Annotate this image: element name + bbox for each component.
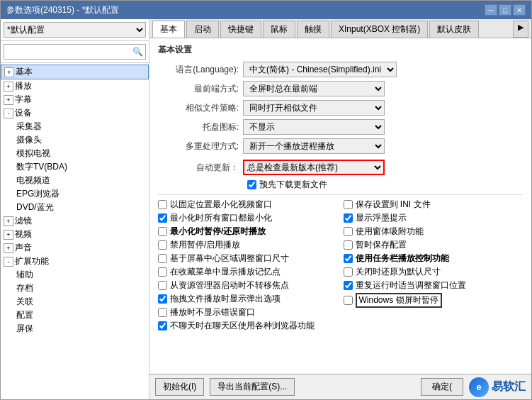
cb-save-ini-input[interactable]	[344, 200, 353, 209]
tree-label-digital-tv: 数字TV(BDA)	[16, 161, 67, 173]
search-icon: 🔍	[132, 47, 143, 57]
select-tray[interactable]: 不显示	[243, 119, 385, 135]
tab-xinput[interactable]: XInput(XBOX 控制器)	[331, 21, 428, 38]
tree-label-capture: 采集器	[16, 121, 42, 133]
tree-label-storage: 存档	[16, 282, 33, 294]
checkbox-download-input[interactable]	[247, 180, 256, 189]
tree-item-digital-tv[interactable]: 数字TV(BDA)	[1, 160, 149, 174]
tree-item-video[interactable]: + 视频	[1, 228, 149, 241]
checkbox-col2: 保存设置到 INI 文件 显示浮墨提示 使用窗体吸附功能 暂时保存配置	[344, 198, 523, 333]
export-button[interactable]: 导出当前配置(S)...	[210, 378, 295, 396]
tree-item-analog-tv[interactable]: 模拟电视	[1, 147, 149, 160]
logo-area: e 易软汇	[469, 377, 526, 397]
tree-item-basic[interactable]: + 基本	[1, 65, 149, 79]
label-autoupdate: 自动更新：	[158, 162, 243, 174]
cb-minimize-all-input[interactable]	[158, 213, 167, 223]
tree-item-capture[interactable]: 采集器	[1, 120, 149, 133]
tree-item-filter[interactable]: + 滤镜	[1, 214, 149, 228]
cb-minimize-pause-label: 最小化时暂停/还原时播放	[170, 226, 266, 238]
tree-expand-subtitle[interactable]: +	[4, 95, 13, 105]
tree-label-subtitle: 字幕	[15, 94, 32, 106]
tab-nav-right[interactable]: ▶	[513, 21, 528, 38]
select-file-strategy[interactable]: 同时打开相似文件	[243, 100, 385, 116]
cb-screen-center-label: 基于屏幕中心区域调整窗口尺寸	[170, 252, 289, 265]
cb-minimize-pause-input[interactable]	[158, 227, 167, 236]
download-row: 预先下载更新文件	[247, 178, 523, 191]
label-multiprocess: 多重处理方式:	[158, 140, 243, 152]
tree-item-config[interactable]: 配置	[1, 309, 149, 322]
cb-bookmark-label: 在收藏菜单中显示播放记忆点	[170, 266, 281, 278]
close-button[interactable]: ✕	[513, 4, 526, 16]
select-autoupdate[interactable]: 总是检查最新版本(推荐)	[243, 160, 385, 175]
checkbox-download-label: 预先下载更新文件	[259, 179, 327, 191]
tree-label-epg: EPG浏览器	[16, 188, 60, 200]
main-window: 参数选项(240315) - *默认配置 ─ □ ✕ *默认配置 🔍 +	[0, 0, 532, 400]
tree-item-dvd[interactable]: DVD/蓝光	[1, 201, 149, 214]
tree-expand-basic[interactable]: +	[4, 67, 14, 77]
control-file-strategy: 同时打开相似文件	[243, 100, 523, 116]
tree-item-tv-channels[interactable]: 电视频道	[1, 174, 149, 187]
tree-expand-play[interactable]: +	[4, 82, 13, 91]
cb-no-focus-input[interactable]	[158, 281, 167, 290]
tree-expand-video[interactable]: +	[4, 230, 13, 240]
cb-minimize-all: 最小化时所有窗口都最小化	[158, 211, 338, 225]
tab-touch[interactable]: 触摸	[297, 21, 329, 38]
cb-disable-pause: 禁用暂停/启用播放	[158, 238, 338, 252]
cb-snap-input[interactable]	[344, 227, 353, 236]
tree-item-assoc[interactable]: 关联	[1, 295, 149, 309]
right-panel: 基本 启动 快捷键 鼠标 触摸 XInput(XBOX 控制器) 默认皮肤 ▶ …	[149, 19, 531, 399]
restore-button[interactable]: □	[499, 4, 511, 16]
cb-tooltip-input[interactable]	[344, 213, 353, 223]
cb-reposition-input[interactable]	[344, 281, 353, 290]
select-language[interactable]: 中文(简体) - Chinese(Simplified).ini	[243, 62, 397, 77]
cb-disable-pause-input[interactable]	[158, 240, 167, 250]
select-multiprocess[interactable]: 新开一个播放进程播放	[243, 138, 385, 154]
tab-hotkeys[interactable]: 快捷键	[220, 21, 261, 38]
cb-screen-center-input[interactable]	[158, 254, 167, 263]
title-bar-controls: ─ □ ✕	[485, 4, 526, 16]
bottom-right: 确定( e 易软汇	[421, 377, 526, 397]
minimize-button[interactable]: ─	[485, 4, 497, 16]
search-input[interactable]	[4, 44, 146, 60]
tree-expand-filter[interactable]: +	[4, 216, 13, 226]
tree-item-screensaver[interactable]: 屏保	[1, 322, 149, 335]
cb-tooltip-label: 显示浮墨提示	[356, 212, 407, 224]
cb-no-error-input[interactable]	[158, 308, 167, 317]
tree-item-assist[interactable]: 辅助	[1, 268, 149, 282]
tree-item-subtitle[interactable]: + 字幕	[1, 93, 149, 106]
init-button[interactable]: 初始化(I)	[155, 378, 204, 396]
tree-item-extend[interactable]: - 扩展功能	[1, 255, 149, 268]
cb-drag-popup-input[interactable]	[158, 294, 167, 304]
cb-fixed-pos-label: 以固定位置最小化视频窗口	[170, 199, 272, 211]
cb-lock-pause-input[interactable]	[344, 296, 353, 305]
cb-save-temp-input[interactable]	[344, 240, 353, 250]
tab-start[interactable]: 启动	[186, 21, 219, 38]
cb-restore-size: 关闭时还原为默认尺寸	[344, 265, 523, 279]
cb-bookmark-input[interactable]	[158, 267, 167, 277]
cb-taskbar-ctrl: 使用任务栏播放控制功能	[344, 252, 523, 265]
cb-save-ini: 保存设置到 INI 文件	[344, 198, 523, 211]
tree-item-device[interactable]: - 设备	[1, 106, 149, 120]
tree-item-epg[interactable]: EPG浏览器	[1, 187, 149, 201]
tab-mouse[interactable]: 鼠标	[263, 21, 295, 38]
tree-expand-extend[interactable]: -	[4, 257, 13, 267]
tree-item-play[interactable]: + 播放	[1, 79, 149, 93]
tree-item-storage[interactable]: 存档	[1, 282, 149, 295]
confirm-button[interactable]: 确定(	[421, 378, 463, 396]
cb-taskbar-ctrl-input[interactable]	[344, 254, 353, 263]
tab-basic[interactable]: 基本	[152, 21, 185, 38]
cb-tooltip: 显示浮墨提示	[344, 211, 523, 225]
cb-browser-input[interactable]	[158, 321, 167, 330]
tree-item-audio[interactable]: + 声音	[1, 241, 149, 255]
select-frontend[interactable]: 全屏时总在最前端	[243, 81, 385, 96]
logo-text: 易软汇	[492, 379, 526, 394]
cb-fixed-pos-input[interactable]	[158, 200, 167, 209]
tree-expand-audio[interactable]: +	[4, 243, 13, 253]
profile-select[interactable]: *默认配置	[4, 22, 146, 38]
cb-restore-size-input[interactable]	[344, 267, 353, 277]
cb-fixed-pos: 以固定位置最小化视频窗口	[158, 198, 338, 211]
tab-skin[interactable]: 默认皮肤	[429, 21, 479, 38]
tree-item-camera[interactable]: 摄像头	[1, 133, 149, 147]
cb-save-temp-label: 暂时保存配置	[356, 239, 407, 251]
tree-expand-device[interactable]: -	[4, 109, 13, 118]
